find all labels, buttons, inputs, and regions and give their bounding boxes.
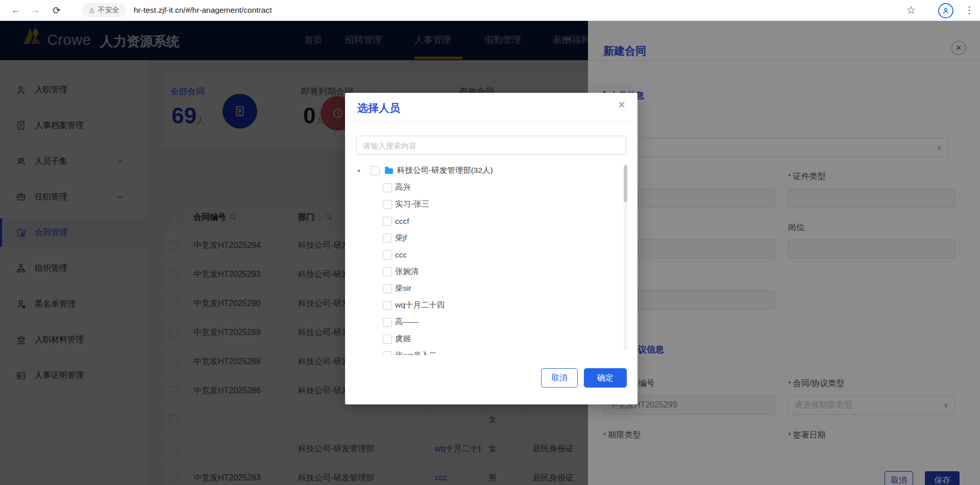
tree-item-label[interactable]: 虞姬: [395, 334, 411, 344]
tree-item-label[interactable]: 张婉清: [395, 266, 419, 277]
tree-item[interactable]: 张wq员入二: [345, 347, 621, 355]
tree-item[interactable]: 高——: [345, 314, 621, 330]
security-badge[interactable]: ⚠ 不安全: [82, 3, 127, 17]
tree-item-checkbox[interactable]: [383, 183, 392, 192]
tree-item[interactable]: 实习-张三: [345, 196, 621, 213]
tree-item-label[interactable]: 高兴: [395, 182, 411, 193]
select-person-modal: 选择人员 ✕ ▾ 科技公司-研发管理部(32人) 高兴 实习-张三 cccf: [345, 93, 638, 404]
address-bar[interactable]: hr-test.zjf-it.cn/#/hr-anagement/contrac…: [134, 0, 272, 20]
tree-item-checkbox[interactable]: [383, 284, 392, 293]
tree-item-checkbox[interactable]: [383, 318, 392, 327]
tree-item[interactable]: 柴sir: [345, 280, 621, 297]
tree-item-checkbox[interactable]: [383, 351, 392, 355]
caret-down-icon[interactable]: ▾: [357, 167, 360, 174]
tree-item-label[interactable]: 柴jf: [395, 233, 407, 243]
tree-root-checkbox[interactable]: [371, 166, 380, 175]
profile-person-icon: [942, 7, 950, 15]
modal-cancel-button[interactable]: 取消: [541, 368, 578, 388]
tree-item-checkbox[interactable]: [383, 267, 392, 276]
tree-item-label[interactable]: 实习-张三: [395, 199, 429, 210]
tree-item-checkbox[interactable]: [383, 217, 392, 226]
tree-item[interactable]: 虞姬: [345, 330, 621, 347]
divider: [345, 121, 638, 122]
tree-item-label[interactable]: 柴sir: [395, 283, 411, 294]
browser-back-icon[interactable]: ←: [7, 0, 24, 20]
tree-scrollbar[interactable]: [624, 164, 627, 350]
person-tree: ▾ 科技公司-研发管理部(32人) 高兴 实习-张三 cccf 柴jf: [345, 162, 621, 355]
modal-close-icon[interactable]: ✕: [618, 99, 626, 111]
tree-item[interactable]: ccc: [345, 246, 621, 263]
tree-root-row[interactable]: ▾ 科技公司-研发管理部(32人): [345, 162, 621, 179]
tree-item-label[interactable]: ccc: [395, 250, 407, 260]
browser-menu-icon[interactable]: ⋮: [961, 0, 978, 20]
warning-icon: ⚠: [89, 7, 95, 14]
tree-item-label[interactable]: 高——: [395, 317, 419, 327]
tree-root-label[interactable]: 科技公司-研发管理部(32人): [397, 165, 493, 176]
tree-item-checkbox[interactable]: [383, 335, 392, 344]
tree-item-label[interactable]: wq十月二十四: [395, 300, 445, 311]
tree-item-checkbox[interactable]: [383, 301, 392, 310]
browser-forward-icon[interactable]: →: [27, 0, 44, 20]
browser-refresh-icon[interactable]: ⟳: [48, 0, 65, 20]
modal-title: 选择人员: [357, 101, 400, 115]
tree-item-label[interactable]: 张wq员入二: [395, 350, 437, 355]
tree-item[interactable]: wq十月二十四: [345, 297, 621, 314]
tree-item[interactable]: 张婉清: [345, 263, 621, 280]
screen: ← → ⟳ ⚠ 不安全 hr-test.zjf-it.cn/#/hr-anage…: [0, 0, 980, 485]
tree-item-checkbox[interactable]: [383, 250, 392, 260]
browser-profile-avatar[interactable]: [938, 3, 953, 18]
bookmark-star-icon[interactable]: ☆: [902, 0, 920, 20]
browser-toolbar: ← → ⟳ ⚠ 不安全 hr-test.zjf-it.cn/#/hr-anage…: [0, 0, 980, 21]
folder-icon: [385, 168, 393, 174]
modal-ok-button[interactable]: 确定: [584, 368, 627, 388]
tree-item-checkbox[interactable]: [383, 200, 392, 209]
tree-item[interactable]: cccf: [345, 213, 621, 229]
tree-item-checkbox[interactable]: [383, 234, 392, 243]
tree-item[interactable]: 高兴: [345, 179, 621, 196]
tree-scrollbar-thumb[interactable]: [624, 165, 627, 202]
person-search-input[interactable]: [356, 136, 626, 155]
security-badge-label: 不安全: [98, 6, 119, 15]
tree-item-label[interactable]: cccf: [395, 217, 409, 226]
tree-item[interactable]: 柴jf: [345, 229, 621, 246]
